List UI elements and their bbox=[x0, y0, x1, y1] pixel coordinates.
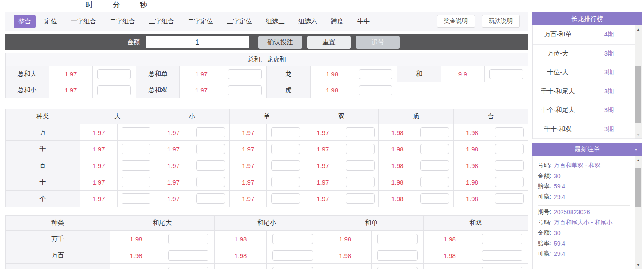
nav-tab[interactable]: 一字组合 bbox=[66, 15, 101, 28]
bet-input[interactable] bbox=[122, 127, 150, 137]
bet-input[interactable] bbox=[122, 177, 150, 187]
bet-input[interactable] bbox=[489, 69, 523, 79]
reset-button[interactable]: 重置 bbox=[307, 36, 351, 49]
scrollbar-thumb[interactable] bbox=[635, 66, 641, 123]
bet-input[interactable] bbox=[272, 250, 313, 261]
bet-input[interactable] bbox=[122, 160, 150, 171]
bet-field-label: 赔率: bbox=[538, 240, 551, 247]
bet-input[interactable] bbox=[122, 193, 150, 204]
nav-tab[interactable]: 二字定位 bbox=[183, 15, 218, 28]
odds-value: 1.98 bbox=[453, 157, 491, 174]
bet-input[interactable] bbox=[122, 144, 150, 154]
bet-input[interactable] bbox=[482, 234, 522, 244]
odds-value: 1.98 bbox=[310, 82, 354, 98]
nav-tab[interactable]: 整合 bbox=[14, 15, 36, 28]
bet-input[interactable] bbox=[482, 267, 522, 269]
scroll-up-icon[interactable]: ▲ bbox=[635, 25, 642, 33]
bet-input[interactable] bbox=[196, 127, 225, 137]
scroll-down-icon[interactable]: ▼ bbox=[635, 261, 642, 269]
bet-input[interactable] bbox=[420, 144, 449, 154]
bet-input-cell bbox=[485, 66, 528, 82]
column-header: 和双 bbox=[424, 216, 528, 231]
bet-input[interactable] bbox=[271, 160, 300, 171]
timer-hour-label: 时 bbox=[86, 0, 93, 10]
position-label: 千 bbox=[6, 141, 80, 157]
ranking-item[interactable]: 十个-和尾大3期 bbox=[533, 101, 635, 120]
bet-field-value: 万百和尾大小 - 和尾小 bbox=[554, 219, 612, 227]
table-row: 千1.971.971.971.971.981.98 bbox=[6, 141, 528, 157]
latest-bets-scrollbar[interactable]: ▲ ▼ bbox=[635, 156, 642, 269]
chevron-down-icon[interactable]: ▼ bbox=[634, 147, 638, 152]
nav-tab[interactable]: 二字组合 bbox=[105, 15, 140, 28]
bet-input[interactable] bbox=[495, 160, 524, 171]
bet-input[interactable] bbox=[228, 85, 261, 95]
bet-input[interactable] bbox=[97, 69, 131, 79]
bet-input[interactable] bbox=[271, 177, 300, 187]
ranking-item[interactable]: 十位-大3期 bbox=[533, 63, 635, 82]
play-rules-button[interactable]: 玩法说明 bbox=[482, 15, 520, 28]
bet-input[interactable] bbox=[346, 193, 375, 204]
bet-input[interactable] bbox=[168, 250, 208, 261]
bet-input[interactable] bbox=[272, 234, 313, 244]
confirm-bet-button[interactable]: 确认投注 bbox=[258, 36, 302, 49]
bet-input[interactable] bbox=[346, 160, 375, 171]
bet-option-label: 总和双 bbox=[136, 82, 180, 98]
ranking-item[interactable]: 千十-和双3期 bbox=[533, 120, 635, 139]
bet-input[interactable] bbox=[359, 69, 392, 79]
bet-input-cell bbox=[266, 231, 319, 247]
scrollbar-thumb[interactable] bbox=[635, 168, 641, 207]
bet-input[interactable] bbox=[97, 85, 131, 95]
bet-input[interactable] bbox=[346, 177, 375, 187]
nav-tab[interactable]: 组选六 bbox=[294, 15, 322, 28]
bet-input[interactable] bbox=[420, 193, 449, 204]
bet-input[interactable] bbox=[420, 127, 449, 137]
ranking-scrollbar[interactable]: ▲ ▼ bbox=[635, 25, 642, 138]
odds-value: 1.98 bbox=[424, 247, 476, 264]
bet-input-cell bbox=[416, 191, 453, 207]
nav-tab[interactable]: 三字定位 bbox=[222, 15, 257, 28]
bet-input[interactable] bbox=[377, 234, 417, 244]
nav-tab[interactable]: 跨度 bbox=[326, 15, 348, 28]
bet-input-cell bbox=[416, 157, 453, 174]
bet-input[interactable] bbox=[271, 144, 300, 154]
bet-input-cell bbox=[267, 124, 304, 141]
ranking-item[interactable]: 万百-和单4期 bbox=[533, 25, 635, 45]
bet-input[interactable] bbox=[420, 160, 449, 171]
bet-input[interactable] bbox=[495, 177, 524, 187]
prize-info-button[interactable]: 奖金说明 bbox=[437, 15, 475, 28]
bet-input[interactable] bbox=[168, 234, 208, 244]
ranking-item[interactable]: 千十-和尾大3期 bbox=[533, 82, 635, 101]
scroll-down-icon[interactable]: ▼ bbox=[635, 131, 642, 138]
bet-option-label: 和 bbox=[397, 66, 441, 82]
odds-value: 1.98 bbox=[214, 264, 266, 269]
bet-input[interactable] bbox=[271, 127, 300, 137]
nav-tab[interactable]: 组选三 bbox=[261, 15, 289, 28]
nav-tab[interactable]: 定位 bbox=[40, 15, 62, 28]
bet-input[interactable] bbox=[196, 160, 225, 171]
bet-input[interactable] bbox=[482, 250, 522, 261]
bet-input[interactable] bbox=[196, 193, 225, 204]
bet-input[interactable] bbox=[228, 69, 261, 79]
bet-input[interactable] bbox=[196, 177, 225, 187]
bet-input[interactable] bbox=[168, 267, 208, 269]
bet-input[interactable] bbox=[271, 193, 300, 204]
bet-input[interactable] bbox=[346, 127, 375, 137]
bet-input[interactable] bbox=[359, 85, 392, 95]
bet-input[interactable] bbox=[196, 144, 225, 154]
bet-input[interactable] bbox=[495, 144, 524, 154]
odds-value: 1.98 bbox=[379, 124, 416, 141]
nav-tab[interactable]: 三字组合 bbox=[144, 15, 179, 28]
chase-number-button[interactable]: 追号 bbox=[356, 36, 400, 49]
bet-input[interactable] bbox=[495, 193, 524, 204]
amount-input[interactable] bbox=[146, 36, 249, 48]
bet-input[interactable] bbox=[377, 267, 417, 269]
odds-value: 1.98 bbox=[110, 264, 162, 269]
bet-input[interactable] bbox=[420, 177, 449, 187]
scroll-up-icon[interactable]: ▲ bbox=[635, 156, 642, 163]
ranking-item[interactable]: 万位-大3期 bbox=[533, 45, 635, 64]
bet-input[interactable] bbox=[346, 144, 375, 154]
bet-input[interactable] bbox=[377, 250, 417, 261]
bet-input[interactable] bbox=[272, 267, 313, 269]
bet-input[interactable] bbox=[495, 127, 524, 137]
nav-tab[interactable]: 牛牛 bbox=[353, 15, 375, 28]
